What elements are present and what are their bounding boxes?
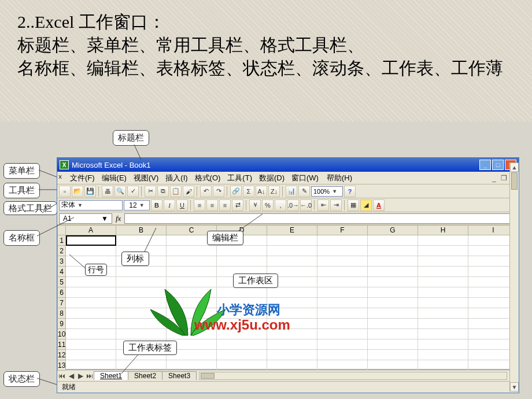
font-color-icon[interactable]: A xyxy=(373,200,385,211)
sheet-tab[interactable]: Sheet2 xyxy=(128,371,162,380)
row-header[interactable]: 10 xyxy=(57,329,66,339)
menu-help[interactable]: 帮助(H) xyxy=(323,173,356,183)
grid-cell[interactable] xyxy=(418,277,468,287)
grid-cell[interactable] xyxy=(217,246,267,256)
underline-button[interactable]: U xyxy=(176,200,188,211)
grid-cell[interactable] xyxy=(368,277,418,287)
scroll-up-icon[interactable]: ▲ xyxy=(510,162,519,172)
grid-cell[interactable] xyxy=(317,360,368,371)
grid-cell[interactable] xyxy=(267,256,317,267)
grid-cell[interactable] xyxy=(368,256,418,267)
bold-button[interactable]: B xyxy=(151,200,162,211)
grid-cell[interactable] xyxy=(418,308,468,319)
menu-tools[interactable]: 工具(T) xyxy=(224,173,256,183)
column-header[interactable]: H xyxy=(418,225,468,235)
currency-button[interactable]: ￥ xyxy=(249,200,261,211)
column-header[interactable]: B xyxy=(116,225,167,235)
save-icon[interactable]: 💾 xyxy=(84,186,96,197)
grid-cell[interactable] xyxy=(368,246,418,256)
row-header[interactable]: 13 xyxy=(57,360,66,371)
tab-nav-next-icon[interactable]: ▶ xyxy=(76,371,85,380)
assist-icon[interactable]: ? xyxy=(344,186,356,197)
grid-cell[interactable] xyxy=(418,235,468,246)
borders-icon[interactable]: ▦ xyxy=(348,200,359,211)
percent-button[interactable]: % xyxy=(262,200,274,211)
grid-cell[interactable] xyxy=(317,329,368,339)
grid-cell[interactable] xyxy=(267,350,317,360)
grid-cell[interactable] xyxy=(116,319,167,329)
grid-cell[interactable] xyxy=(267,235,317,246)
menu-view[interactable]: 视图(V) xyxy=(130,173,162,183)
grid-cell[interactable] xyxy=(418,350,468,360)
window-minimize-button[interactable]: _ xyxy=(479,160,491,170)
grid-cell[interactable] xyxy=(317,256,368,267)
grid-cell[interactable] xyxy=(368,319,418,329)
format-painter-icon[interactable]: 🖌 xyxy=(183,186,194,197)
grid-cell[interactable] xyxy=(116,329,167,339)
tab-nav-first-icon[interactable]: ⏮ xyxy=(57,371,66,380)
select-all-corner[interactable] xyxy=(57,225,66,235)
grid-cell[interactable] xyxy=(66,287,116,298)
grid-cell[interactable] xyxy=(368,308,418,319)
grid-cell[interactable] xyxy=(317,319,368,329)
align-center-icon[interactable]: ≡ xyxy=(206,200,218,211)
row-header[interactable]: 8 xyxy=(57,308,66,319)
row-header[interactable]: 7 xyxy=(57,298,66,308)
inc-decimal-icon[interactable]: .0→ xyxy=(287,200,299,211)
grid-cell[interactable] xyxy=(418,360,468,371)
doc-restore-button[interactable]: ❐ xyxy=(499,174,509,182)
row-header[interactable]: 9 xyxy=(57,319,66,329)
grid-cell[interactable] xyxy=(368,298,418,308)
paste-icon[interactable]: 📋 xyxy=(170,186,182,197)
row-header[interactable]: 3 xyxy=(57,256,66,267)
autosum-icon[interactable]: Σ xyxy=(243,186,254,197)
grid-cell[interactable] xyxy=(217,256,267,267)
new-icon[interactable]: ▫ xyxy=(59,186,71,197)
grid-cell[interactable] xyxy=(368,235,418,246)
grid-cell[interactable] xyxy=(66,235,116,246)
grid-cell[interactable] xyxy=(418,246,468,256)
row-header[interactable]: 11 xyxy=(57,339,66,350)
grid-cell[interactable] xyxy=(66,339,116,350)
grid-cell[interactable] xyxy=(317,339,368,350)
vertical-scrollbar[interactable]: ▲ ▼ xyxy=(509,162,519,391)
menu-window[interactable]: 窗口(W) xyxy=(288,173,322,183)
grid-cell[interactable] xyxy=(317,235,368,246)
row-header[interactable]: 12 xyxy=(57,350,66,360)
dec-indent-icon[interactable]: ⇤ xyxy=(317,200,329,211)
name-box[interactable]: A1 ▼ xyxy=(59,213,112,224)
grid-cell[interactable] xyxy=(368,287,418,298)
italic-button[interactable]: I xyxy=(164,200,175,211)
undo-icon[interactable]: ↶ xyxy=(200,186,212,197)
row-header[interactable]: 6 xyxy=(57,287,66,298)
sheet-tab[interactable]: Sheet1 xyxy=(94,371,128,380)
menu-insert[interactable]: 插入(I) xyxy=(162,173,191,183)
font-name-combo[interactable]: 宋体 ▼ xyxy=(59,200,123,210)
copy-icon[interactable]: ⧉ xyxy=(157,186,169,197)
grid-cell[interactable] xyxy=(66,298,116,308)
grid-cell[interactable] xyxy=(267,246,317,256)
spell-icon[interactable]: ✓ xyxy=(127,186,139,197)
row-header[interactable]: 2 xyxy=(57,246,66,256)
grid-cell[interactable] xyxy=(418,267,468,277)
grid-cell[interactable] xyxy=(116,287,167,298)
menu-format[interactable]: 格式(O) xyxy=(191,173,224,183)
column-header[interactable]: A xyxy=(66,225,116,235)
comma-button[interactable]: , xyxy=(275,200,286,211)
grid-cell[interactable] xyxy=(317,277,368,287)
menu-edit[interactable]: 编辑(E) xyxy=(98,173,130,183)
menu-file[interactable]: 文件(F) xyxy=(66,173,98,183)
sort-asc-icon[interactable]: A↓ xyxy=(256,186,267,197)
grid-cell[interactable] xyxy=(217,287,267,298)
grid-cell[interactable] xyxy=(167,287,217,298)
grid-cell[interactable] xyxy=(368,329,418,339)
grid-cell[interactable] xyxy=(217,360,267,371)
grid-cell[interactable] xyxy=(368,339,418,350)
grid-cell[interactable] xyxy=(368,350,418,360)
horizontal-scrollbar[interactable] xyxy=(199,372,507,380)
grid-cell[interactable] xyxy=(418,319,468,329)
drawing-icon[interactable]: ✎ xyxy=(298,186,310,197)
grid-cell[interactable] xyxy=(167,277,217,287)
align-right-icon[interactable]: ≡ xyxy=(219,200,231,211)
preview-icon[interactable]: 🔍 xyxy=(114,186,126,197)
